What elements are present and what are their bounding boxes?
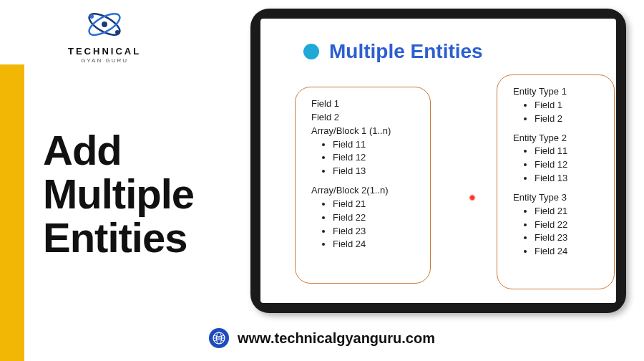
list-item: Field 13 bbox=[535, 172, 601, 186]
list-item: Field 11 bbox=[535, 145, 601, 158]
field-list: Field 11 Field 12 Field 13 bbox=[535, 145, 601, 186]
list-item: Field 22 bbox=[333, 211, 417, 225]
list-item: Field 24 bbox=[535, 245, 601, 259]
laser-pointer-icon bbox=[469, 194, 476, 201]
logo-text-sub: GYAN GURU bbox=[68, 57, 141, 64]
list-item: Field 11 bbox=[333, 138, 417, 152]
field-line: Field 1 bbox=[311, 97, 417, 111]
slide-title: Multiple Entities bbox=[329, 40, 483, 63]
list-item: Field 21 bbox=[333, 198, 417, 211]
footer-url: www.technicalgyanguru.com bbox=[238, 330, 435, 347]
field-line: Field 2 bbox=[311, 111, 417, 125]
tablet-screen: Multiple Entities Field 1 Field 2 Array/… bbox=[260, 19, 616, 303]
list-item: Field 22 bbox=[535, 218, 601, 232]
list-item: Field 1 bbox=[535, 99, 601, 112]
list-item: Field 13 bbox=[333, 165, 417, 178]
list-item: Field 21 bbox=[535, 205, 601, 218]
logo-text-main: TECHNICAL bbox=[68, 46, 141, 57]
title-line-2: Multiple bbox=[43, 173, 194, 216]
field-list: Field 1 Field 2 bbox=[535, 99, 601, 126]
svg-point-4 bbox=[115, 30, 119, 34]
field-list: Field 11 Field 12 Field 13 bbox=[333, 138, 417, 179]
slide-header: Multiple Entities bbox=[303, 40, 483, 63]
globe-icon bbox=[209, 328, 229, 348]
entity-box-right: Entity Type 1 Field 1 Field 2 Entity Typ… bbox=[497, 74, 615, 289]
list-item: Field 2 bbox=[535, 112, 601, 126]
list-item: Field 24 bbox=[333, 238, 417, 251]
page-title: Add Multiple Entities bbox=[43, 129, 194, 260]
block-header: Array/Block 2(1..n) bbox=[311, 184, 417, 198]
block-header: Array/Block 1 (1..n) bbox=[311, 125, 417, 138]
tablet-frame: Multiple Entities Field 1 Field 2 Array/… bbox=[250, 9, 626, 313]
accent-bar bbox=[0, 64, 24, 361]
block-header: Entity Type 2 bbox=[513, 132, 601, 145]
list-item: Field 12 bbox=[333, 151, 417, 165]
svg-point-3 bbox=[89, 14, 94, 19]
list-item: Field 23 bbox=[535, 231, 601, 245]
footer: www.technicalgyanguru.com bbox=[0, 328, 644, 348]
svg-point-2 bbox=[102, 21, 107, 27]
field-list: Field 21 Field 22 Field 23 Field 24 bbox=[333, 198, 417, 251]
block-header: Entity Type 1 bbox=[513, 85, 601, 99]
list-item: Field 12 bbox=[535, 158, 601, 172]
list-item: Field 23 bbox=[333, 225, 417, 239]
block-header: Entity Type 3 bbox=[513, 191, 601, 205]
title-line-1: Add bbox=[43, 129, 194, 173]
brand-logo: TECHNICAL GYAN GURU bbox=[68, 7, 141, 64]
title-line-3: Entities bbox=[43, 216, 194, 260]
logo-atom-icon bbox=[83, 7, 126, 42]
entity-box-left: Field 1 Field 2 Array/Block 1 (1..n) Fie… bbox=[295, 87, 431, 284]
bullet-icon bbox=[303, 44, 319, 59]
field-list: Field 21 Field 22 Field 23 Field 24 bbox=[535, 205, 601, 259]
